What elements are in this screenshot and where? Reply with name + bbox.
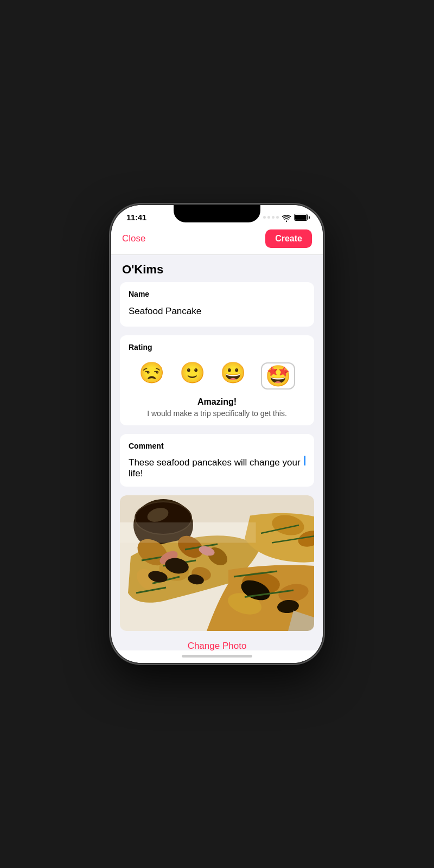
status-time: 11:41 <box>126 213 146 222</box>
comment-text: These seafood pancakes will change your … <box>129 457 304 479</box>
emoji-disappointed[interactable]: 😒 <box>139 362 164 390</box>
home-indicator <box>111 650 323 663</box>
photo-container <box>120 495 314 631</box>
comment-label: Comment <box>129 442 305 450</box>
phone-notch <box>174 205 260 222</box>
text-cursor <box>304 456 305 465</box>
create-button[interactable]: Create <box>265 229 312 248</box>
close-button[interactable]: Close <box>122 233 145 244</box>
emoji-happy[interactable]: 😀 <box>220 362 246 390</box>
signal-icon <box>263 216 279 219</box>
battery-icon <box>294 214 308 221</box>
rating-desc: I would make a trip specifically to get … <box>129 409 305 418</box>
rating-title: Amazing! <box>129 397 305 407</box>
home-bar <box>182 655 252 658</box>
emoji-neutral[interactable]: 🙂 <box>180 362 205 390</box>
comment-card: Comment These seafood pancakes will chan… <box>120 434 314 487</box>
change-photo-button[interactable]: Change Photo <box>111 635 323 650</box>
food-photo <box>120 495 314 631</box>
name-card: Name <box>120 282 314 327</box>
scroll-content: O'Kims Name Rating 😒 🙂 😀 <box>111 255 323 650</box>
page-title: O'Kims <box>111 255 323 282</box>
name-label: Name <box>129 290 305 298</box>
rating-card: Rating 😒 🙂 😀 🤩 Amazing! I <box>120 335 314 425</box>
rating-label: Rating <box>129 343 305 352</box>
phone-frame: 11:41 <box>111 205 323 663</box>
phone-screen: 11:41 <box>111 205 323 663</box>
emoji-amazing[interactable]: 🤩 <box>261 362 295 390</box>
nav-bar: Close Create <box>111 225 323 255</box>
emoji-row: 😒 🙂 😀 🤩 <box>129 357 305 397</box>
wifi-icon <box>282 214 291 221</box>
name-input[interactable] <box>129 304 305 319</box>
status-icons <box>263 214 308 221</box>
